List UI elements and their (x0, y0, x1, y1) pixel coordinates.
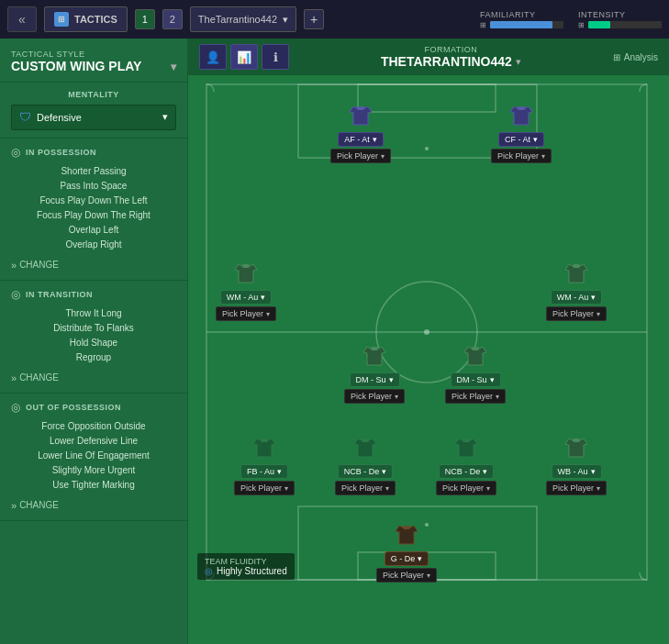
fb-chevron: ▾ (277, 467, 282, 476)
tab-1[interactable]: 1 (135, 9, 155, 29)
wb-chevron: ▾ (591, 467, 596, 476)
formation-center: FORMATION THETARRANTINO442 ▾ (289, 45, 613, 69)
fb-shirt-icon (250, 433, 279, 462)
in-possession-items: Shorter Passing Pass Into Space Focus Pl… (11, 164, 176, 252)
manager-dropdown[interactable]: TheTarrantino442 ▾ (190, 6, 296, 32)
af-pick-chevron: ▾ (381, 152, 385, 161)
wm-left-role-label: WM - Au (227, 293, 259, 302)
dm-right-pick-label: Pick Player (452, 392, 493, 401)
svg-rect-10 (357, 106, 364, 110)
cf-position: CF - At ▾ Pick Player ▾ (491, 101, 552, 163)
gk-chevron: ▾ (418, 554, 422, 563)
shield-icon: 🛡 (19, 110, 31, 124)
transition-change-chevrons-icon: » (11, 372, 17, 383)
ncb-right-role-badge[interactable]: NCB - De ▾ (439, 464, 495, 479)
tactical-style-chevron[interactable]: ▾ (171, 61, 176, 73)
possession-item-3: Focus Play Down The Left (11, 194, 176, 208)
cf-role-badge[interactable]: CF - At ▾ (498, 132, 544, 147)
ncb-right-pick-button[interactable]: Pick Player ▾ (436, 481, 496, 495)
gk-pick-button[interactable]: Pick Player ▾ (376, 568, 437, 583)
af-pick-player-button[interactable]: Pick Player ▾ (330, 149, 391, 163)
wm-left-shirt-icon (231, 259, 261, 288)
ncb-left-pick-chevron: ▾ (385, 484, 389, 493)
familiarity-bar (490, 21, 563, 28)
out-possession-change-button[interactable]: » CHANGE (11, 498, 59, 513)
wm-left-pick-button[interactable]: Pick Player ▾ (216, 306, 276, 321)
dm-left-pick-button[interactable]: Pick Player ▾ (344, 389, 405, 404)
wm-right-position: WM - Au ▾ Pick Player ▾ (546, 259, 607, 321)
ncb-left-shirt-icon (351, 433, 380, 462)
in-transition-items: Throw It Long Distribute To Flanks Hold … (11, 306, 176, 365)
svg-rect-0 (206, 84, 647, 580)
cf-shirt-icon (507, 101, 536, 130)
familiarity-fill (490, 21, 552, 28)
tactical-style-name: CUSTOM WING PLAY ▾ (11, 59, 176, 74)
in-transition-label: IN TRANSITION (26, 290, 93, 299)
svg-rect-12 (242, 264, 250, 268)
stats-view-button[interactable]: 📊 (230, 44, 258, 70)
ncb-right-pick-chevron: ▾ (486, 484, 490, 493)
svg-rect-18 (463, 439, 470, 442)
possession-change-label: CHANGE (19, 260, 59, 270)
mentality-chevron: ▾ (162, 111, 168, 123)
manager-name: TheTarrantino442 (198, 14, 277, 25)
wb-role-badge[interactable]: WB - Au ▾ (552, 464, 602, 479)
transition-change-button[interactable]: » CHANGE (11, 371, 59, 385)
fb-pick-button[interactable]: Pick Player ▾ (234, 481, 295, 495)
wm-right-pick-button[interactable]: Pick Player ▾ (546, 306, 607, 321)
af-shirt-icon (346, 101, 375, 130)
in-transition-section: ◎ IN TRANSITION Throw It Long Distribute… (0, 281, 187, 394)
dm-right-pick-button[interactable]: Pick Player ▾ (445, 389, 506, 404)
transition-item-4: Regroup (11, 350, 176, 365)
svg-rect-20 (403, 526, 410, 529)
wb-pick-button[interactable]: Pick Player ▾ (546, 481, 607, 495)
wm-right-role-badge[interactable]: WM - Au ▾ (551, 290, 603, 305)
formation-label: FORMATION (289, 45, 613, 54)
pitch-area: 👤 📊 ℹ FORMATION THETARRANTINO442 ▾ ⊞ Ana… (188, 39, 669, 644)
sidebar: TACTICAL STYLE CUSTOM WING PLAY ▾ MENTAL… (0, 39, 188, 644)
gk-role-badge[interactable]: G - De ▾ (385, 551, 429, 566)
add-tab-button[interactable]: + (304, 9, 324, 29)
cf-pick-label: Pick Player (497, 151, 539, 161)
top-navigation: « ⊞ TACTICS 1 2 TheTarrantino442 ▾ + FAM… (0, 0, 669, 39)
wm-left-pick-label: Pick Player (222, 309, 263, 318)
tab-2[interactable]: 2 (162, 9, 183, 29)
tactical-style-value: CUSTOM WING PLAY (11, 59, 141, 74)
out-possession-item-4: Slightly More Urgent (11, 463, 176, 478)
player-view-button[interactable]: 👤 (199, 44, 227, 70)
svg-point-3 (424, 329, 429, 335)
back-button[interactable]: « (7, 6, 37, 32)
mentality-dropdown[interactable]: 🛡 Defensive ▾ (11, 105, 176, 130)
wm-left-pick-chevron: ▾ (266, 310, 270, 318)
wm-left-role-badge[interactable]: WM - Au ▾ (220, 290, 273, 305)
dm-right-role-badge[interactable]: DM - Su ▾ (451, 372, 501, 387)
ncb-left-pick-button[interactable]: Pick Player ▾ (335, 481, 396, 495)
formation-chevron-icon[interactable]: ▾ (516, 56, 521, 68)
af-pick-label: Pick Player (337, 151, 378, 161)
wm-right-chevron: ▾ (591, 293, 596, 302)
dm-left-role-badge[interactable]: DM - Su ▾ (350, 372, 400, 387)
intensity-bar (588, 21, 662, 28)
familiarity-section: FAMILIARITY ⊞ (480, 10, 563, 29)
out-possession-item-1: Force Opposition Outside (11, 419, 176, 434)
af-badge-chevron: ▾ (373, 135, 377, 144)
ncb-right-position: NCB - De ▾ Pick Player ▾ (436, 433, 496, 495)
out-possession-change-label: CHANGE (19, 500, 59, 510)
dm-right-shirt-icon (461, 341, 490, 371)
analysis-button[interactable]: ⊞ Analysis (613, 52, 658, 62)
svg-rect-19 (573, 439, 580, 442)
wb-pick-chevron: ▾ (597, 484, 600, 493)
possession-change-button[interactable]: » CHANGE (11, 258, 59, 272)
out-possession-item-5: Use Tighter Marking (11, 478, 176, 493)
tactics-button[interactable]: ⊞ TACTICS (44, 6, 128, 32)
possession-item-6: Overlap Right (11, 238, 176, 252)
ncb-left-role-badge[interactable]: NCB - De ▾ (338, 464, 394, 479)
fb-role-label: FB - Au (247, 467, 274, 476)
info-view-button[interactable]: ℹ (262, 44, 289, 70)
dm-left-pick-label: Pick Player (351, 392, 392, 401)
fb-position: FB - Au ▾ Pick Player ▾ (234, 433, 295, 495)
cf-pick-player-button[interactable]: Pick Player ▾ (491, 149, 552, 163)
dm-right-position: DM - Su ▾ Pick Player ▾ (445, 341, 506, 404)
af-role-badge[interactable]: AF - At ▾ (338, 132, 384, 147)
fb-role-badge[interactable]: FB - Au ▾ (240, 464, 288, 479)
